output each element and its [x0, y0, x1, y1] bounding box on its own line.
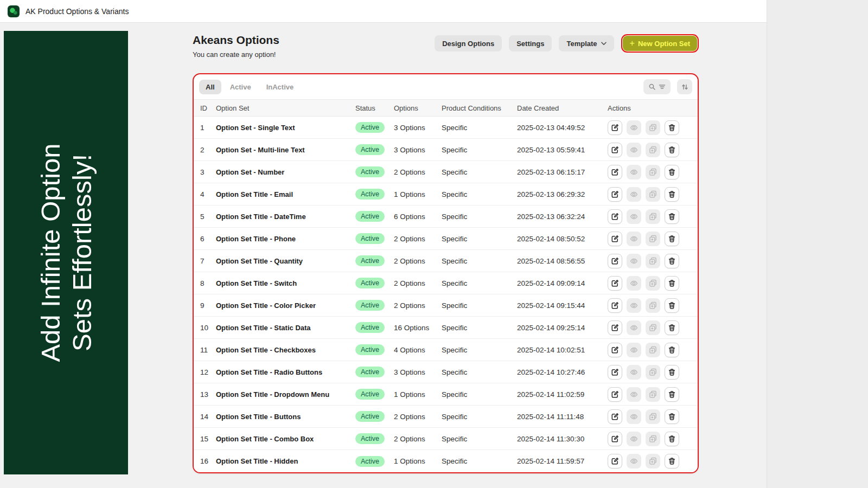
edit-button[interactable]	[608, 432, 622, 446]
tab-active[interactable]: Active	[224, 80, 258, 94]
new-option-set-button[interactable]: + New Option Set	[623, 36, 697, 51]
app-logo-icon	[8, 5, 20, 17]
delete-button[interactable]	[665, 276, 679, 291]
view-button[interactable]	[627, 143, 641, 157]
delete-button[interactable]	[665, 343, 679, 357]
duplicate-button[interactable]	[646, 165, 660, 179]
duplicate-button[interactable]	[646, 120, 660, 135]
view-button[interactable]	[627, 343, 641, 357]
view-button[interactable]	[627, 232, 641, 246]
duplicate-button[interactable]	[646, 298, 660, 313]
edit-button[interactable]	[608, 298, 622, 313]
duplicate-button[interactable]	[646, 454, 660, 468]
copy-plus-icon	[649, 346, 657, 354]
option-set-name[interactable]: Option Set Title - Quantity	[216, 257, 355, 265]
view-button[interactable]	[627, 320, 641, 335]
option-set-name[interactable]: Option Set Title - Radio Buttons	[216, 368, 355, 376]
delete-button[interactable]	[665, 165, 679, 179]
duplicate-button[interactable]	[646, 209, 660, 224]
edit-button[interactable]	[608, 387, 622, 402]
sort-button[interactable]	[677, 79, 692, 94]
option-set-name[interactable]: Option Set - Number	[216, 168, 355, 176]
duplicate-button[interactable]	[646, 232, 660, 246]
edit-button[interactable]	[608, 165, 622, 179]
edit-button[interactable]	[608, 254, 622, 268]
option-set-name[interactable]: Option Set Title - Hidden	[216, 457, 355, 465]
option-set-name[interactable]: Option Set Title - Static Data	[216, 324, 355, 332]
edit-button[interactable]	[608, 120, 622, 135]
view-button[interactable]	[627, 365, 641, 380]
delete-button[interactable]	[665, 454, 679, 468]
option-set-name[interactable]: Option Set Title - DateTime	[216, 213, 355, 221]
view-button[interactable]	[627, 298, 641, 313]
duplicate-button[interactable]	[646, 387, 660, 402]
duplicate-button[interactable]	[646, 409, 660, 424]
option-set-name[interactable]: Option Set Title - Phone	[216, 235, 355, 243]
edit-icon	[611, 435, 619, 443]
view-button[interactable]	[627, 276, 641, 291]
delete-button[interactable]	[665, 120, 679, 135]
delete-button[interactable]	[665, 409, 679, 424]
option-set-name[interactable]: Option Set Title - Checkboxes	[216, 346, 355, 354]
option-set-name[interactable]: Option Set Title - Color Picker	[216, 301, 355, 310]
template-dropdown-button[interactable]: Template	[559, 35, 614, 52]
view-button[interactable]	[627, 187, 641, 202]
duplicate-button[interactable]	[646, 143, 660, 157]
edit-button[interactable]	[608, 343, 622, 357]
tab-inactive[interactable]: InActive	[260, 80, 301, 94]
edit-button[interactable]	[608, 209, 622, 224]
copy-plus-icon	[649, 235, 657, 243]
duplicate-button[interactable]	[646, 187, 660, 202]
view-button[interactable]	[627, 165, 641, 179]
status-badge: Active	[355, 233, 385, 244]
duplicate-button[interactable]	[646, 320, 660, 335]
delete-button[interactable]	[665, 432, 679, 446]
view-button[interactable]	[627, 432, 641, 446]
option-set-name[interactable]: Option Set - Single Text	[216, 124, 355, 132]
settings-button[interactable]: Settings	[509, 35, 552, 52]
option-set-name[interactable]: Option Set Title - Switch	[216, 279, 355, 287]
delete-button[interactable]	[665, 387, 679, 402]
edit-button[interactable]	[608, 320, 622, 335]
delete-button[interactable]	[665, 187, 679, 202]
option-set-name[interactable]: Option Set Title - Email	[216, 190, 355, 198]
edit-button[interactable]	[608, 143, 622, 157]
design-options-button[interactable]: Design Options	[435, 35, 502, 52]
search-filter-button[interactable]	[643, 79, 671, 94]
tab-all[interactable]: All	[199, 80, 221, 94]
options-count: 2 Options	[394, 235, 442, 243]
option-set-name[interactable]: Option Set - Multi-line Text	[216, 146, 355, 154]
delete-button[interactable]	[665, 298, 679, 313]
edit-button[interactable]	[608, 187, 622, 202]
edit-button[interactable]	[608, 454, 622, 468]
row-actions	[608, 143, 698, 157]
view-button[interactable]	[627, 120, 641, 135]
view-button[interactable]	[627, 209, 641, 224]
delete-button[interactable]	[665, 232, 679, 246]
duplicate-button[interactable]	[646, 432, 660, 446]
trash-icon	[668, 324, 676, 332]
edit-button[interactable]	[608, 232, 622, 246]
edit-button[interactable]	[608, 409, 622, 424]
delete-button[interactable]	[665, 320, 679, 335]
status-badge: Active	[355, 433, 385, 444]
edit-button[interactable]	[608, 276, 622, 291]
delete-button[interactable]	[665, 143, 679, 157]
view-button[interactable]	[627, 409, 641, 424]
view-button[interactable]	[627, 454, 641, 468]
delete-button[interactable]	[665, 209, 679, 224]
table-row: 16 Option Set Title - Hidden Active 1 Op…	[194, 450, 698, 472]
view-button[interactable]	[627, 254, 641, 268]
copy-plus-icon	[649, 390, 657, 399]
option-set-name[interactable]: Option Set Title - Combo Box	[216, 435, 355, 443]
delete-button[interactable]	[665, 365, 679, 380]
edit-button[interactable]	[608, 365, 622, 380]
duplicate-button[interactable]	[646, 343, 660, 357]
duplicate-button[interactable]	[646, 276, 660, 291]
duplicate-button[interactable]	[646, 254, 660, 268]
duplicate-button[interactable]	[646, 365, 660, 380]
option-set-name[interactable]: Option Set Title - Dropdown Menu	[216, 390, 355, 399]
delete-button[interactable]	[665, 254, 679, 268]
view-button[interactable]	[627, 387, 641, 402]
option-set-name[interactable]: Option Set Title - Buttons	[216, 413, 355, 421]
